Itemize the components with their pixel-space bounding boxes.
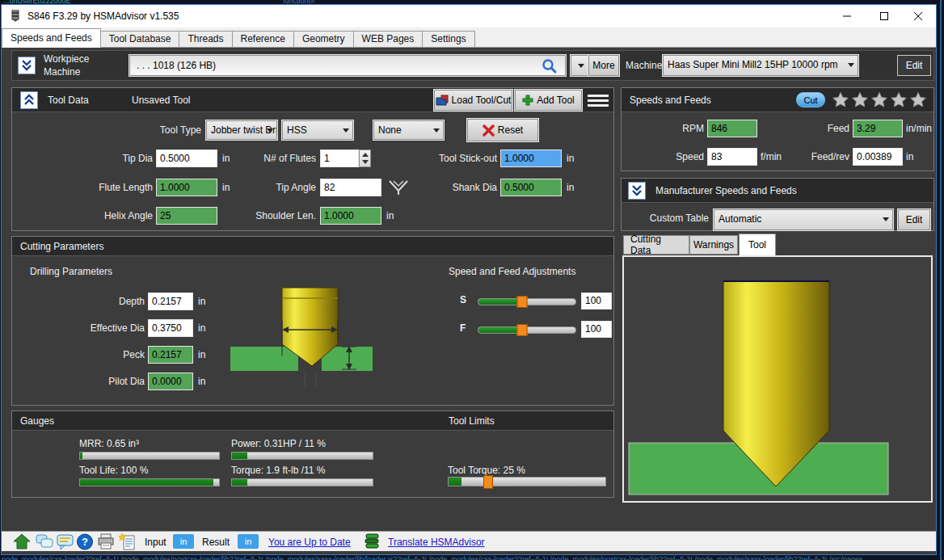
depth-unit: in (198, 296, 205, 307)
tab-cutting-data[interactable]: Cutting Data (623, 235, 689, 255)
result-units-badge[interactable]: in (238, 534, 259, 549)
star-icon[interactable] (832, 91, 849, 108)
star-icon[interactable] (909, 91, 927, 108)
flutes-spinner[interactable] (359, 149, 371, 167)
s-value-box[interactable]: 100 (581, 293, 612, 309)
load-tool-button[interactable]: Load Tool/Cut (434, 90, 512, 111)
s-slider-handle[interactable] (517, 296, 528, 308)
helix-angle-field[interactable]: 25 (156, 207, 217, 225)
speeds-feeds-panel: Speeds and Feeds Cut RPM 846 Feed 3.29 i… (621, 87, 934, 171)
add-tool-button[interactable]: Add Tool (515, 90, 582, 111)
minimize-button[interactable] (829, 5, 865, 27)
help-icon[interactable]: ? (76, 533, 94, 550)
more-button[interactable]: More (588, 55, 619, 76)
pilot-dia-unit: in (198, 376, 205, 387)
machine-edit-button[interactable]: Edit (897, 55, 931, 76)
custom-table-dropdown[interactable]: Automatic (714, 209, 893, 230)
translate-stack-icon[interactable] (364, 533, 381, 550)
tab-tool-database[interactable]: Tool Database (101, 31, 180, 48)
tip-angle-label: Tip Angle (243, 182, 316, 193)
flutes-field[interactable]: 1 (320, 149, 359, 167)
tool-coating-value: None (378, 124, 402, 136)
tool-torque-handle[interactable] (483, 475, 493, 489)
speeds-feeds-title: Speeds and Feeds (630, 95, 711, 106)
feed-field[interactable]: 3.29 (853, 120, 903, 137)
tab-reference[interactable]: Reference (233, 31, 294, 48)
depth-field[interactable]: 0.2157 (148, 293, 193, 310)
f-value-box[interactable]: 100 (581, 321, 612, 338)
gauges-header: Gauges Tool Limits (12, 411, 613, 431)
background-right-strip (937, 0, 944, 560)
flute-length-label: Flute Length (44, 182, 153, 193)
title-bar: S846 F3.29 by HSMAdvisor v1.535 (2, 5, 936, 27)
update-link[interactable]: You are Up to Date (268, 537, 351, 548)
translate-link[interactable]: Translate HSMAdvisor (388, 537, 485, 548)
tab-warnings[interactable]: Warnings (689, 235, 738, 255)
effective-dia-label: Effective Dia (28, 322, 145, 334)
flute-length-field[interactable]: 1.0000 (156, 179, 217, 196)
home-icon[interactable] (13, 533, 31, 550)
f-slider-handle[interactable] (517, 324, 528, 336)
print-icon[interactable] (97, 533, 115, 550)
manufacturer-collapse-button[interactable] (628, 182, 646, 200)
comment-icon[interactable] (57, 533, 74, 550)
star-icon[interactable] (851, 91, 869, 108)
reset-button[interactable]: Reset (467, 119, 538, 141)
shoulder-len-field[interactable]: 1.0000 (320, 207, 381, 225)
custom-table-value: Automatic (719, 213, 761, 225)
effective-dia-field[interactable]: 0.3750 (148, 319, 193, 337)
tool-data-collapse-button[interactable] (20, 91, 38, 109)
close-button[interactable] (900, 5, 936, 27)
workpiece-collapse-button[interactable] (18, 57, 36, 74)
tool-torque-slider[interactable] (448, 477, 606, 486)
feed-rev-label: Feed/rev (801, 151, 849, 162)
f-slider[interactable] (478, 326, 576, 334)
material-input[interactable]: . . . 1018 (126 HB) (129, 55, 566, 76)
maximize-button[interactable] (866, 5, 902, 27)
tool-data-title: Tool Data (48, 95, 89, 106)
tip-dia-field[interactable]: 0.5000 (156, 149, 217, 167)
tool-coating-dropdown[interactable]: None (373, 120, 444, 140)
tab-threads[interactable]: Threads (179, 31, 232, 48)
tool-material-dropdown[interactable]: HSS (282, 120, 353, 140)
menu-button[interactable] (588, 91, 609, 110)
material-block (230, 347, 298, 371)
peck-field[interactable]: 0.2157 (148, 346, 193, 364)
stickout-field[interactable]: 1.0000 (500, 149, 562, 167)
tab-web-pages[interactable]: WEB Pages (354, 31, 424, 48)
s-slider[interactable] (478, 298, 576, 305)
speed-field[interactable]: 83 (707, 148, 757, 166)
background-text: node_modules/css-loader??ref--5-1!./node… (2, 555, 863, 560)
tab-tool[interactable]: Tool (739, 234, 776, 255)
star-icon[interactable] (870, 91, 888, 108)
rating-stars[interactable] (832, 91, 927, 108)
new-note-icon[interactable] (119, 533, 137, 550)
spin-down-icon[interactable] (362, 160, 369, 164)
shank-dia-field[interactable]: 0.5000 (500, 179, 562, 196)
peck-unit: in (198, 349, 205, 360)
chat-icon[interactable] (36, 533, 53, 550)
tool-type-dropdown[interactable]: Jobber twist Drill (206, 120, 277, 140)
maximize-icon (879, 11, 889, 21)
window-title: S846 F3.29 by HSMAdvisor v1.535 (27, 11, 179, 22)
feed-unit: in/min (906, 123, 932, 134)
tip-angle-field[interactable]: 82 (320, 179, 381, 196)
tab-settings[interactable]: Settings (423, 31, 474, 48)
feed-rev-field[interactable]: 0.00389 (853, 148, 903, 166)
tab-speeds-and-feeds[interactable]: Speeds and Feeds (2, 28, 101, 48)
spin-up-icon[interactable] (362, 153, 369, 157)
custom-table-edit-button[interactable]: Edit (898, 209, 930, 230)
search-icon[interactable] (541, 58, 558, 74)
tip-dia-label: Tip Dia (44, 153, 153, 164)
gauges-title: Gauges (20, 415, 54, 427)
rpm-field[interactable]: 846 (707, 120, 757, 137)
tab-geometry[interactable]: Geometry (294, 31, 354, 48)
tool-torque-fill (449, 478, 461, 486)
star-icon[interactable] (890, 91, 908, 108)
machine-dropdown[interactable]: Haas Super Mini Mill2 15HP 10000 rpm (663, 55, 858, 76)
input-units-badge[interactable]: in (173, 534, 194, 549)
chevron-double-up-icon (22, 93, 36, 107)
cut-badge[interactable]: Cut (796, 92, 825, 107)
status-bar: ? Input in Result in You are Up to Date … (2, 531, 936, 551)
pilot-dia-field[interactable]: 0.0000 (148, 373, 193, 390)
